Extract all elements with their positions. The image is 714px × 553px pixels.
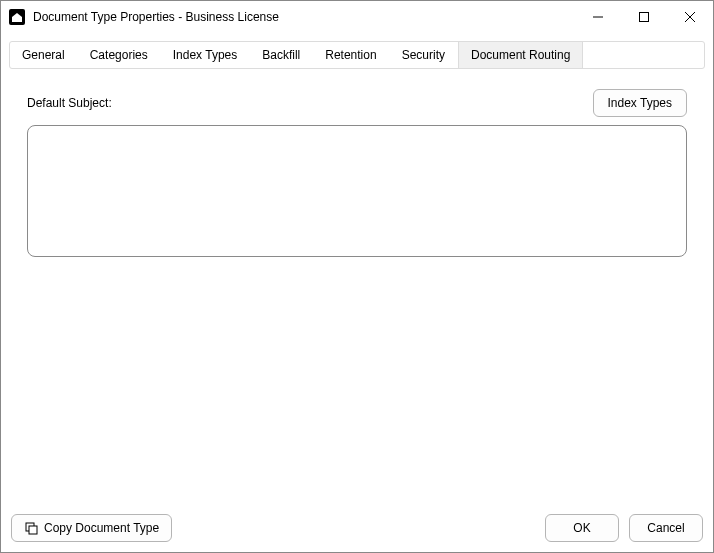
ok-button[interactable]: OK bbox=[545, 514, 619, 542]
default-subject-label: Default Subject: bbox=[27, 96, 112, 110]
document-routing-panel: Default Subject: Index Types bbox=[1, 69, 713, 506]
tab-categories[interactable]: Categories bbox=[78, 42, 161, 68]
title-bar: Document Type Properties - Business Lice… bbox=[1, 1, 713, 33]
copy-document-type-button[interactable]: Copy Document Type bbox=[11, 514, 172, 542]
index-types-button[interactable]: Index Types bbox=[593, 89, 688, 117]
cancel-button[interactable]: Cancel bbox=[629, 514, 703, 542]
app-icon bbox=[9, 9, 25, 25]
tab-index-types[interactable]: Index Types bbox=[161, 42, 251, 68]
tab-backfill[interactable]: Backfill bbox=[250, 42, 313, 68]
tab-strip: GeneralCategoriesIndex TypesBackfillRete… bbox=[9, 41, 705, 69]
footer-right: OK Cancel bbox=[545, 514, 703, 542]
svg-rect-1 bbox=[640, 13, 649, 22]
copy-document-type-label: Copy Document Type bbox=[44, 521, 159, 535]
close-button[interactable] bbox=[667, 1, 713, 33]
tab-document-routing[interactable]: Document Routing bbox=[458, 42, 583, 68]
svg-rect-5 bbox=[29, 526, 37, 534]
tab-strip-container: GeneralCategoriesIndex TypesBackfillRete… bbox=[1, 33, 713, 69]
subject-header-row: Default Subject: Index Types bbox=[27, 89, 687, 117]
tab-retention[interactable]: Retention bbox=[313, 42, 389, 68]
dialog-footer: Copy Document Type OK Cancel bbox=[1, 506, 713, 552]
copy-icon bbox=[24, 521, 38, 535]
window-controls bbox=[575, 1, 713, 33]
tab-security[interactable]: Security bbox=[390, 42, 458, 68]
default-subject-input[interactable] bbox=[27, 125, 687, 257]
minimize-button[interactable] bbox=[575, 1, 621, 33]
tab-general[interactable]: General bbox=[10, 42, 78, 68]
maximize-button[interactable] bbox=[621, 1, 667, 33]
window-title: Document Type Properties - Business Lice… bbox=[33, 10, 279, 24]
